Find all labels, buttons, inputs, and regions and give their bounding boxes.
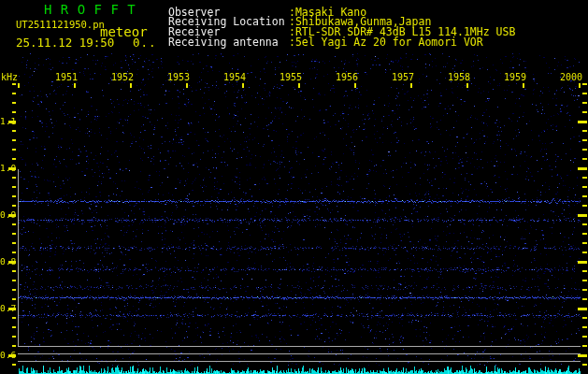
info-value: :5el Yagi Az 20 for Aomori VOR	[289, 36, 483, 49]
freq-unit-label: kHz	[1, 72, 18, 82]
freq-tick-label: 0.8	[0, 256, 17, 266]
time-tick-label: 1955	[270, 72, 302, 82]
datetime-label: 25.11.12 19:50	[16, 36, 114, 50]
time-tick-label: 1958	[438, 72, 470, 82]
freq-tick-label: 0.6	[0, 350, 17, 360]
time-tick-label: 1953	[158, 72, 190, 82]
echo-counter: 0..	[133, 36, 157, 50]
time-tick-label: 1952	[102, 72, 134, 82]
time-tick-label: 1951	[46, 72, 78, 82]
time-tick-label: 2000	[551, 72, 582, 82]
freq-tick-label: 1.1	[0, 116, 17, 126]
app-title: H R O F F T	[44, 3, 136, 17]
time-tick-label: 1959	[495, 72, 526, 82]
time-tick-label: 1954	[214, 72, 246, 82]
freq-tick-label: 1.0	[0, 163, 17, 173]
info-label: Receiving antenna	[168, 36, 279, 49]
freq-tick-label: 0.7	[0, 303, 17, 313]
time-tick-label: 1957	[382, 72, 414, 82]
output-filename: UT2511121950.pn	[16, 20, 105, 31]
hrofft-window: H R O F F T UT2511121950.pn meteor 25.11…	[0, 0, 588, 374]
time-tick-label: 1956	[326, 72, 358, 82]
freq-tick-label: 0.9	[0, 209, 17, 220]
spectrogram-canvas	[0, 0, 588, 374]
